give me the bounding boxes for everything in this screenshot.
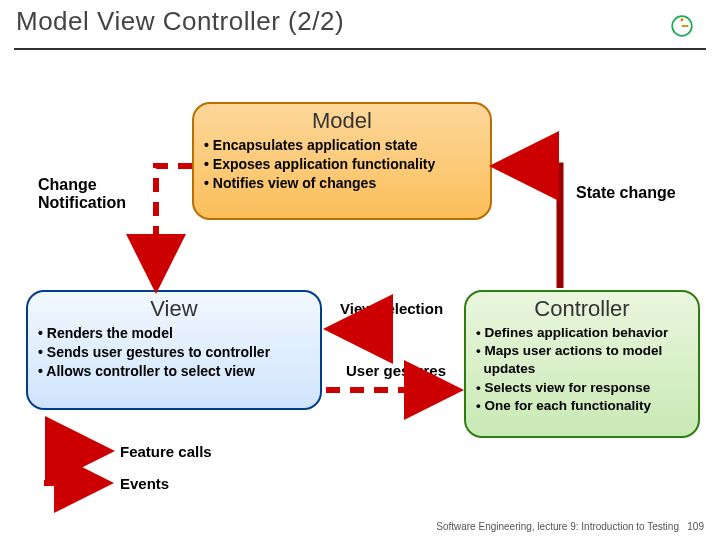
footer: Software Engineering, lecture 9: Introdu… (436, 521, 704, 532)
legend-events: Events (120, 475, 169, 492)
arrow-change-notification (156, 166, 192, 288)
arrow-state-change (496, 166, 560, 288)
legend-feature-calls: Feature calls (120, 443, 212, 460)
arrows-layer (0, 0, 720, 540)
footer-text: Software Engineering, lecture 9: Introdu… (436, 521, 679, 532)
page-number: 109 (687, 521, 704, 532)
